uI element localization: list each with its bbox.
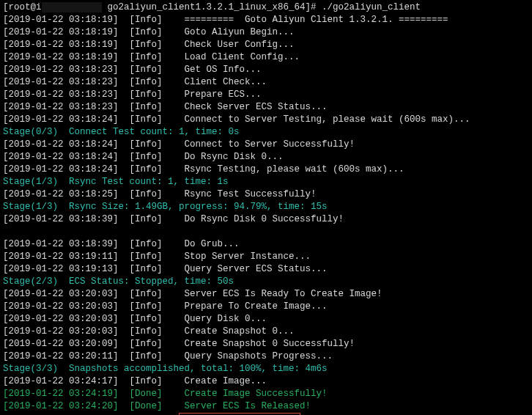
log-line: [2019-01-22 03:18:39] [Info] Do Rsync Di… bbox=[3, 213, 529, 226]
stage-1b: Stage(1/3) Rsync Size: 1.49GB, progress:… bbox=[3, 201, 529, 213]
log-line: [2019-01-22 03:18:19] [Info] Check User … bbox=[3, 39, 529, 51]
log-line: [2019-01-22 03:18:19] [Info] Goto Aliyun… bbox=[3, 26, 529, 39]
log-line: [2019-01-22 03:18:23] [Info] Client Chec… bbox=[3, 76, 529, 89]
log-line: [2019-01-22 03:20:03] [Info] Query Disk … bbox=[3, 313, 529, 326]
prompt-path: go2aliyun_client1.3.2.1_linux_x86_64]# bbox=[102, 2, 322, 12]
log-line: [2019-01-22 03:18:24] [Info] Connect to … bbox=[3, 114, 529, 126]
log-line: [2019-01-22 03:18:23] [Info] Check Serve… bbox=[3, 101, 529, 114]
log-line: [2019-01-22 03:20:09] [Info] Create Snap… bbox=[3, 338, 529, 350]
log-line: [2019-01-22 03:24:19] [Done] Create Imag… bbox=[3, 388, 529, 400]
log-line: [2019-01-22 03:18:24] [Info] Rsync Testi… bbox=[3, 164, 529, 176]
stage-3: Stage(3/3) Snapshots accomplished, total… bbox=[3, 363, 529, 375]
log-line: [2019-01-22 03:18:25] [Info] Rsync Test … bbox=[3, 188, 529, 201]
prompt-line: [root@ip _ _. _ go2aliyun_client1.3.2.1_… bbox=[3, 1, 529, 14]
log-line: [2019-01-22 03:20:03] [Info] Server ECS … bbox=[3, 288, 529, 301]
log-line: [2019-01-22 03:20:03] [Info] Create Snap… bbox=[3, 326, 529, 338]
log-line: [2019-01-22 03:20:11] [Info] Query Snaps… bbox=[3, 350, 529, 363]
log-line: [2019-01-22 03:18:19] [Info] ========= G… bbox=[3, 14, 529, 26]
redacted-hostname: p _ _. _ bbox=[42, 2, 103, 12]
blank-line bbox=[3, 226, 529, 238]
log-line: [2019-01-22 03:18:19] [Info] Load Client… bbox=[3, 51, 529, 64]
prompt-command: ./go2aliyun_client bbox=[322, 2, 421, 12]
log-line: [2019-01-22 03:24:20] [Done] Server ECS … bbox=[3, 400, 529, 413]
stage-2: Stage(2/3) ECS Status: Stopped, time: 50… bbox=[3, 276, 529, 288]
prompt-user: [root@i bbox=[3, 2, 42, 12]
log-line: [2019-01-22 03:19:11] [Info] Stop Server… bbox=[3, 251, 529, 263]
log-line: [2019-01-22 03:18:23] [Info] Get OS Info… bbox=[3, 64, 529, 76]
log-line: [2019-01-22 03:24:17] [Info] Create Imag… bbox=[3, 375, 529, 388]
stage-0: Stage(0/3) Connect Test count: 1, time: … bbox=[3, 126, 529, 139]
log-line: [2019-01-22 03:19:13] [Info] Query Serve… bbox=[3, 263, 529, 276]
log-line: [2019-01-22 03:18:39] [Info] Do Grub... bbox=[3, 238, 529, 251]
terminal[interactable]: [root@ip _ _. _ go2aliyun_client1.3.2.1_… bbox=[0, 0, 532, 415]
log-line: [2019-01-22 03:18:24] [Info] Connect to … bbox=[3, 139, 529, 151]
log-line: [2019-01-22 03:18:23] [Info] Prepare ECS… bbox=[3, 89, 529, 101]
log-line: [2019-01-22 03:20:03] [Info] Prepare To … bbox=[3, 301, 529, 313]
log-line: [2019-01-22 03:18:24] [Info] Do Rsync Di… bbox=[3, 151, 529, 164]
stage-1a: Stage(1/3) Rsync Test count: 1, time: 1s bbox=[3, 176, 529, 188]
